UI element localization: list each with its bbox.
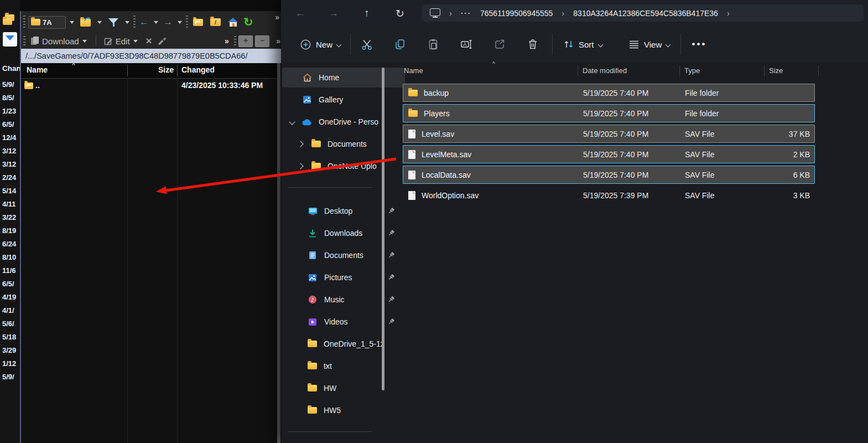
sidebar-item-desktop[interactable]: Desktop — [282, 201, 410, 221]
sidebar-item-onedrive-1-5[interactable]: OneDrive_1_5-12 — [282, 334, 410, 354]
column-size[interactable]: Size — [129, 65, 174, 74]
chevron-right-icon[interactable] — [297, 163, 303, 169]
up-button[interactable]: ↑ — [357, 3, 377, 23]
sidebar-item-downloads[interactable]: Downloads — [282, 223, 410, 243]
date-cell: 5/9/ — [0, 370, 20, 384]
desktop-icon — [308, 206, 318, 216]
sidebar-item-videos[interactable]: Videos — [282, 312, 410, 332]
file-type: SAV File — [685, 150, 714, 159]
file-row-players[interactable]: Players 5/19/2025 7:40 PM File folder — [403, 104, 815, 122]
sort-button[interactable]: Sort — [558, 33, 608, 55]
address-breadcrumb-bar[interactable]: › ··· 76561199506945555 › 8310A3264A1238… — [422, 4, 864, 22]
properties-brush-icon[interactable] — [157, 37, 167, 45]
column-header-name[interactable]: Name — [404, 66, 423, 75]
date-cell: 12/4 — [0, 131, 20, 145]
sidebar-item-hw5[interactable]: HW5 — [282, 400, 410, 420]
file-row-backup[interactable]: backup 5/19/2025 7:40 PM File folder — [403, 84, 815, 102]
sidebar-scrollbar[interactable] — [382, 68, 384, 390]
this-pc-icon[interactable] — [430, 8, 440, 18]
breadcrumb-segment[interactable]: 8310A3264A12386CE594C5836B417E36 — [573, 9, 718, 18]
changed-column-header-clipped[interactable]: Chan — [2, 64, 20, 73]
column-resize-handle[interactable] — [127, 65, 128, 76]
breadcrumb-chevron[interactable]: › — [449, 8, 452, 18]
toolbar-overflow[interactable]: » — [276, 37, 280, 45]
sidebar-item-pictures[interactable]: Pictures — [282, 267, 410, 287]
file-row-worldoption-sav[interactable]: WorldOption.sav 5/19/2025 7:39 PM SAV Fi… — [403, 186, 815, 204]
funnel-icon — [108, 17, 119, 27]
session-button[interactable]: 7A — [28, 16, 66, 29]
root-directory-button[interactable]: / — [208, 17, 223, 28]
forward-button[interactable]: → — [324, 3, 344, 23]
toolbar-grip[interactable] — [234, 36, 236, 46]
refresh-button[interactable]: ↻ — [243, 17, 253, 28]
column-header-date-modified[interactable]: Date modified — [583, 66, 627, 75]
toolbar-grip[interactable] — [133, 16, 136, 29]
sidebar-item-gallery[interactable]: Gallery — [282, 90, 405, 110]
sidebar-item-music[interactable]: ♪ Music — [282, 290, 410, 310]
column-resize-handle[interactable] — [578, 65, 578, 76]
back-button[interactable]: ← — [290, 3, 310, 23]
session-dropdown-caret[interactable] — [70, 21, 74, 24]
file-row-levelmeta-sav[interactable]: LevelMeta.sav 5/19/2025 7:40 PM SAV File… — [403, 145, 815, 163]
sidebar-item-documents[interactable]: Documents — [282, 245, 410, 265]
toolbar-grip[interactable] — [186, 16, 188, 29]
vertical-scrollbar[interactable] — [277, 63, 280, 443]
open-directory-button[interactable] — [78, 17, 93, 28]
new-button[interactable]: New — [294, 33, 346, 55]
column-header-type[interactable]: Type — [684, 66, 700, 75]
chevron-down-icon[interactable] — [289, 119, 295, 125]
delete-button[interactable] — [522, 33, 544, 55]
back-dropdown-caret[interactable] — [154, 21, 158, 24]
breadcrumb-ellipsis[interactable]: ··· — [461, 9, 471, 17]
date-cell: 3/12 — [0, 158, 20, 171]
copy-button[interactable] — [389, 33, 411, 55]
paste-button[interactable] — [422, 33, 444, 55]
toolbar-overflow[interactable]: » — [225, 37, 229, 45]
download-button[interactable]: Download — [29, 35, 90, 48]
column-resize-handle[interactable] — [764, 65, 765, 76]
rename-button[interactable]: A — [455, 33, 477, 55]
cut-button[interactable] — [356, 33, 378, 55]
column-changed[interactable]: Changed — [181, 65, 215, 74]
remote-path-bar[interactable]: /.../SaveGames/0/7ADF93E3D98C48D98779879… — [21, 49, 281, 63]
forward-dropdown-caret[interactable] — [178, 21, 182, 24]
sidebar-item-onedrive[interactable]: OneDrive - Perso — [282, 112, 405, 132]
home-directory-button[interactable] — [226, 16, 241, 29]
sidebar-item-home[interactable]: Home — [282, 68, 405, 87]
toolbar-grip[interactable] — [23, 16, 25, 29]
file-row-level-sav[interactable]: Level.sav 5/19/2025 7:40 PM SAV File 37 … — [403, 125, 815, 143]
back-button[interactable]: ← — [138, 17, 150, 28]
forward-button[interactable]: → — [162, 17, 174, 28]
column-name[interactable]: Name — [27, 65, 48, 74]
sidebar-item-txt[interactable]: txt — [282, 356, 410, 376]
toolbar-overflow[interactable]: » — [275, 13, 279, 22]
sidebar-item-hw[interactable]: HW — [282, 378, 410, 398]
share-button[interactable] — [488, 33, 511, 55]
toolbar-grip[interactable] — [23, 36, 25, 46]
open-dropdown-caret[interactable] — [97, 21, 102, 24]
documents-icon — [308, 250, 318, 260]
column-resize-handle[interactable] — [177, 65, 178, 76]
breadcrumb-segment[interactable]: 76561199506945555 — [480, 9, 553, 18]
refresh-button[interactable]: ↻ — [390, 3, 410, 23]
file-row-localdata-sav[interactable]: LocalData.sav 5/19/2025 7:40 PM SAV File… — [403, 166, 815, 184]
column-resize-handle[interactable] — [818, 65, 819, 76]
chevron-right-icon[interactable] — [297, 141, 303, 147]
increase-button[interactable]: + — [238, 35, 253, 47]
more-options-button[interactable]: ••• — [688, 33, 710, 55]
breadcrumb-chevron[interactable]: › — [562, 8, 564, 18]
filter-dropdown-caret[interactable] — [125, 21, 129, 24]
delete-x-button[interactable]: × — [144, 37, 154, 45]
breadcrumb-chevron[interactable]: › — [727, 8, 730, 18]
edit-button[interactable]: Edit — [102, 35, 141, 48]
parent-directory-row[interactable]: .. 4/23/2025 10:33:46 PM — [21, 79, 277, 92]
parent-directory-button[interactable] — [191, 17, 205, 28]
date-cell: 4/1/ — [0, 304, 20, 317]
filter-box-icon[interactable] — [3, 32, 17, 47]
column-header-size[interactable]: Size — [769, 66, 783, 75]
view-button[interactable]: View — [623, 33, 675, 55]
file-name: WorldOption.sav — [422, 191, 479, 200]
column-resize-handle[interactable] — [679, 65, 680, 76]
decrease-button[interactable]: − — [255, 35, 269, 47]
filter-button[interactable] — [106, 16, 121, 29]
